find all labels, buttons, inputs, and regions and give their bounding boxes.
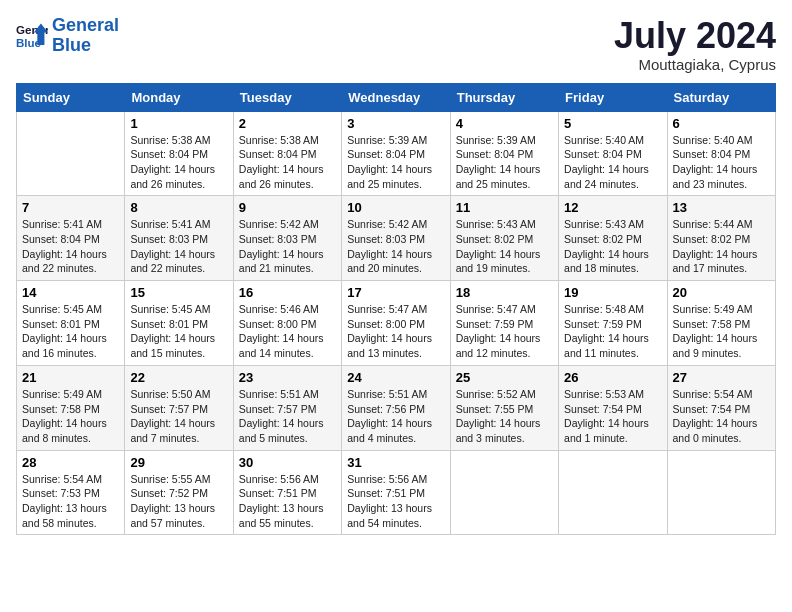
- day-info: Sunrise: 5:38 AM Sunset: 8:04 PM Dayligh…: [239, 133, 336, 192]
- calendar-cell: [450, 450, 558, 535]
- day-number: 19: [564, 285, 661, 300]
- day-number: 16: [239, 285, 336, 300]
- day-info: Sunrise: 5:40 AM Sunset: 8:04 PM Dayligh…: [673, 133, 770, 192]
- day-number: 27: [673, 370, 770, 385]
- day-number: 25: [456, 370, 553, 385]
- calendar-cell: 10Sunrise: 5:42 AM Sunset: 8:03 PM Dayli…: [342, 196, 450, 281]
- calendar-cell: [667, 450, 775, 535]
- day-number: 21: [22, 370, 119, 385]
- day-number: 10: [347, 200, 444, 215]
- calendar-cell: [559, 450, 667, 535]
- day-info: Sunrise: 5:50 AM Sunset: 7:57 PM Dayligh…: [130, 387, 227, 446]
- calendar-cell: 22Sunrise: 5:50 AM Sunset: 7:57 PM Dayli…: [125, 365, 233, 450]
- day-number: 31: [347, 455, 444, 470]
- day-number: 18: [456, 285, 553, 300]
- calendar-cell: 7Sunrise: 5:41 AM Sunset: 8:04 PM Daylig…: [17, 196, 125, 281]
- calendar-cell: 17Sunrise: 5:47 AM Sunset: 8:00 PM Dayli…: [342, 281, 450, 366]
- weekday-header-wednesday: Wednesday: [342, 83, 450, 111]
- day-number: 23: [239, 370, 336, 385]
- day-info: Sunrise: 5:56 AM Sunset: 7:51 PM Dayligh…: [347, 472, 444, 531]
- day-number: 12: [564, 200, 661, 215]
- day-number: 26: [564, 370, 661, 385]
- weekday-header-thursday: Thursday: [450, 83, 558, 111]
- day-info: Sunrise: 5:54 AM Sunset: 7:53 PM Dayligh…: [22, 472, 119, 531]
- day-number: 6: [673, 116, 770, 131]
- day-info: Sunrise: 5:39 AM Sunset: 8:04 PM Dayligh…: [456, 133, 553, 192]
- calendar-cell: 26Sunrise: 5:53 AM Sunset: 7:54 PM Dayli…: [559, 365, 667, 450]
- calendar-cell: 13Sunrise: 5:44 AM Sunset: 8:02 PM Dayli…: [667, 196, 775, 281]
- day-info: Sunrise: 5:44 AM Sunset: 8:02 PM Dayligh…: [673, 217, 770, 276]
- calendar-cell: 1Sunrise: 5:38 AM Sunset: 8:04 PM Daylig…: [125, 111, 233, 196]
- day-number: 9: [239, 200, 336, 215]
- day-info: Sunrise: 5:42 AM Sunset: 8:03 PM Dayligh…: [239, 217, 336, 276]
- week-row-1: 1Sunrise: 5:38 AM Sunset: 8:04 PM Daylig…: [17, 111, 776, 196]
- calendar-cell: 16Sunrise: 5:46 AM Sunset: 8:00 PM Dayli…: [233, 281, 341, 366]
- calendar-cell: 27Sunrise: 5:54 AM Sunset: 7:54 PM Dayli…: [667, 365, 775, 450]
- day-number: 3: [347, 116, 444, 131]
- day-number: 13: [673, 200, 770, 215]
- calendar-cell: 19Sunrise: 5:48 AM Sunset: 7:59 PM Dayli…: [559, 281, 667, 366]
- day-number: 24: [347, 370, 444, 385]
- calendar-cell: 11Sunrise: 5:43 AM Sunset: 8:02 PM Dayli…: [450, 196, 558, 281]
- day-info: Sunrise: 5:47 AM Sunset: 8:00 PM Dayligh…: [347, 302, 444, 361]
- day-number: 30: [239, 455, 336, 470]
- weekday-header-tuesday: Tuesday: [233, 83, 341, 111]
- day-info: Sunrise: 5:55 AM Sunset: 7:52 PM Dayligh…: [130, 472, 227, 531]
- day-info: Sunrise: 5:39 AM Sunset: 8:04 PM Dayligh…: [347, 133, 444, 192]
- day-number: 8: [130, 200, 227, 215]
- weekday-header-friday: Friday: [559, 83, 667, 111]
- calendar-cell: 28Sunrise: 5:54 AM Sunset: 7:53 PM Dayli…: [17, 450, 125, 535]
- day-number: 15: [130, 285, 227, 300]
- day-info: Sunrise: 5:38 AM Sunset: 8:04 PM Dayligh…: [130, 133, 227, 192]
- day-number: 14: [22, 285, 119, 300]
- day-number: 2: [239, 116, 336, 131]
- weekday-header-monday: Monday: [125, 83, 233, 111]
- calendar-cell: 12Sunrise: 5:43 AM Sunset: 8:02 PM Dayli…: [559, 196, 667, 281]
- calendar-cell: [17, 111, 125, 196]
- day-number: 1: [130, 116, 227, 131]
- day-number: 5: [564, 116, 661, 131]
- weekday-header-sunday: Sunday: [17, 83, 125, 111]
- weekday-header-saturday: Saturday: [667, 83, 775, 111]
- day-info: Sunrise: 5:53 AM Sunset: 7:54 PM Dayligh…: [564, 387, 661, 446]
- day-info: Sunrise: 5:49 AM Sunset: 7:58 PM Dayligh…: [673, 302, 770, 361]
- day-info: Sunrise: 5:51 AM Sunset: 7:57 PM Dayligh…: [239, 387, 336, 446]
- logo: General Blue GeneralBlue: [16, 16, 119, 56]
- logo-text: GeneralBlue: [52, 16, 119, 56]
- weekday-header-row: SundayMondayTuesdayWednesdayThursdayFrid…: [17, 83, 776, 111]
- title-area: July 2024 Mouttagiaka, Cyprus: [614, 16, 776, 73]
- calendar-cell: 6Sunrise: 5:40 AM Sunset: 8:04 PM Daylig…: [667, 111, 775, 196]
- logo-icon: General Blue: [16, 20, 48, 52]
- day-number: 22: [130, 370, 227, 385]
- calendar-cell: 23Sunrise: 5:51 AM Sunset: 7:57 PM Dayli…: [233, 365, 341, 450]
- day-info: Sunrise: 5:54 AM Sunset: 7:54 PM Dayligh…: [673, 387, 770, 446]
- calendar-cell: 3Sunrise: 5:39 AM Sunset: 8:04 PM Daylig…: [342, 111, 450, 196]
- calendar-cell: 2Sunrise: 5:38 AM Sunset: 8:04 PM Daylig…: [233, 111, 341, 196]
- day-info: Sunrise: 5:42 AM Sunset: 8:03 PM Dayligh…: [347, 217, 444, 276]
- calendar-cell: 25Sunrise: 5:52 AM Sunset: 7:55 PM Dayli…: [450, 365, 558, 450]
- day-info: Sunrise: 5:46 AM Sunset: 8:00 PM Dayligh…: [239, 302, 336, 361]
- day-info: Sunrise: 5:56 AM Sunset: 7:51 PM Dayligh…: [239, 472, 336, 531]
- calendar-cell: 9Sunrise: 5:42 AM Sunset: 8:03 PM Daylig…: [233, 196, 341, 281]
- calendar-cell: 20Sunrise: 5:49 AM Sunset: 7:58 PM Dayli…: [667, 281, 775, 366]
- day-info: Sunrise: 5:41 AM Sunset: 8:04 PM Dayligh…: [22, 217, 119, 276]
- calendar-cell: 18Sunrise: 5:47 AM Sunset: 7:59 PM Dayli…: [450, 281, 558, 366]
- calendar-cell: 15Sunrise: 5:45 AM Sunset: 8:01 PM Dayli…: [125, 281, 233, 366]
- day-number: 11: [456, 200, 553, 215]
- day-number: 20: [673, 285, 770, 300]
- day-info: Sunrise: 5:45 AM Sunset: 8:01 PM Dayligh…: [22, 302, 119, 361]
- day-info: Sunrise: 5:49 AM Sunset: 7:58 PM Dayligh…: [22, 387, 119, 446]
- calendar-table: SundayMondayTuesdayWednesdayThursdayFrid…: [16, 83, 776, 536]
- week-row-4: 21Sunrise: 5:49 AM Sunset: 7:58 PM Dayli…: [17, 365, 776, 450]
- location: Mouttagiaka, Cyprus: [614, 56, 776, 73]
- calendar-cell: 5Sunrise: 5:40 AM Sunset: 8:04 PM Daylig…: [559, 111, 667, 196]
- calendar-body: 1Sunrise: 5:38 AM Sunset: 8:04 PM Daylig…: [17, 111, 776, 535]
- day-info: Sunrise: 5:48 AM Sunset: 7:59 PM Dayligh…: [564, 302, 661, 361]
- calendar-cell: 14Sunrise: 5:45 AM Sunset: 8:01 PM Dayli…: [17, 281, 125, 366]
- day-info: Sunrise: 5:52 AM Sunset: 7:55 PM Dayligh…: [456, 387, 553, 446]
- day-info: Sunrise: 5:51 AM Sunset: 7:56 PM Dayligh…: [347, 387, 444, 446]
- day-number: 7: [22, 200, 119, 215]
- day-info: Sunrise: 5:43 AM Sunset: 8:02 PM Dayligh…: [456, 217, 553, 276]
- day-info: Sunrise: 5:43 AM Sunset: 8:02 PM Dayligh…: [564, 217, 661, 276]
- week-row-5: 28Sunrise: 5:54 AM Sunset: 7:53 PM Dayli…: [17, 450, 776, 535]
